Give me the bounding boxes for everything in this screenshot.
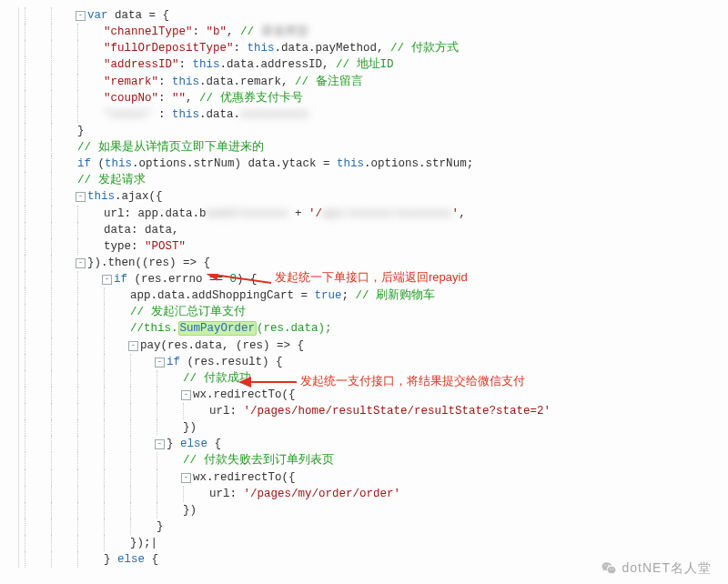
code-line: -var data = {: [0, 7, 728, 24]
code-line: type: "POST": [0, 238, 728, 255]
code-line: if (this.options.strNum) data.ytack = th…: [0, 156, 728, 172]
code-token: :: [158, 92, 172, 105]
code-token: "fullOrDepositType": [104, 42, 234, 55]
code-token: var: [87, 9, 115, 22]
annotation-text-1: 发起统一下单接口，后端返回repayid: [275, 269, 468, 287]
code-token: wx.redirectTo({: [193, 471, 296, 484]
annotation-arrow-1: [200, 274, 273, 292]
code-token: "coupNo": [104, 92, 158, 105]
fold-icon[interactable]: -: [76, 192, 86, 202]
code-token: api/xxxxxx/xxxxxxxx: [322, 207, 452, 220]
code-line: "addressID": this.data.addressID, // 地址I…: [0, 56, 728, 73]
fold-icon[interactable]: -: [128, 341, 138, 351]
fold-icon[interactable]: -: [155, 439, 165, 449]
code-line: -this.ajax({: [0, 188, 728, 205]
code-token: '/pages/my/order/order': [244, 488, 401, 500]
code-token: //: [240, 25, 261, 38]
code-token: url:: [209, 488, 244, 500]
code-token: ,: [459, 207, 466, 220]
code-token: // 刷新购物车: [356, 289, 436, 302]
code-token: this: [172, 76, 199, 88]
code-token: {: [145, 553, 158, 566]
code-line: "xxxxx" : this.data.xxxxxxxxxx: [0, 106, 728, 123]
annotation-arrow-2: [235, 375, 298, 391]
code-line: app.data.addShoppingCart = true; // 刷新购物…: [0, 287, 728, 304]
code-line: -wx.redirectTo({: [0, 469, 728, 486]
code-token: });|: [130, 537, 157, 549]
code-token: this: [337, 157, 364, 170]
wechat-icon: [601, 560, 617, 577]
code-token: '/pages/home/resultState/resultState?sta…: [244, 405, 551, 418]
code-line: });|: [0, 535, 728, 551]
code-line: // 发起汇总订单支付: [0, 304, 728, 320]
code-token: .options.strNum) data.ytack =: [132, 157, 337, 170]
code-token: +: [288, 207, 309, 220]
code-token: data = {: [115, 9, 169, 22]
code-line: // 发起请求: [0, 172, 728, 188]
code-line: "fullOrDepositType": this.data.payMethod…: [0, 40, 728, 56]
code-line: }: [0, 519, 728, 535]
code-token: type:: [104, 240, 145, 253]
fold-icon[interactable]: -: [181, 390, 191, 400]
code-token: }): [183, 421, 197, 434]
code-line: //this.SumPayOrder(res.data);: [0, 320, 728, 337]
code-line: -pay(res.data, (res) => {: [0, 337, 728, 354]
fold-icon[interactable]: -: [76, 11, 86, 21]
code-token: //this.: [130, 322, 178, 335]
code-token: ;: [342, 289, 356, 302]
code-line: // 如果是从详情页立即下单进来的: [0, 139, 728, 156]
fold-icon[interactable]: -: [181, 473, 191, 483]
code-token: if: [77, 157, 91, 170]
code-token: // 发起汇总订单支付: [130, 306, 246, 318]
code-token: .ajax({: [115, 190, 163, 203]
code-token: this: [172, 108, 199, 121]
code-token: :: [152, 108, 173, 121]
code-token: }: [167, 438, 180, 450]
code-token: ': [452, 207, 460, 220]
code-token: :: [193, 25, 207, 38]
watermark-text: dotNET名人堂: [622, 560, 712, 577]
code-token: pay(res.data, (res) => {: [140, 339, 304, 352]
code-token: }: [77, 125, 85, 137]
code-token: SumPayOrder: [178, 321, 258, 336]
code-token: }: [157, 520, 164, 533]
code-token: }: [104, 553, 117, 566]
code-token: "POST": [145, 240, 186, 253]
code-token: :: [234, 42, 248, 55]
code-token: "addressID": [104, 58, 179, 71]
code-token: this: [193, 58, 220, 71]
code-token: "b": [207, 25, 228, 38]
code-token: // 备注留言: [295, 76, 363, 88]
code-line: data: data,: [0, 222, 728, 238]
code-line: url: app.data.baseUrlxxxxxx + '/api/xxxx…: [0, 206, 728, 222]
code-token: '/: [308, 207, 322, 220]
code-token: true: [315, 289, 342, 302]
code-token: .data.payMethod,: [275, 42, 391, 55]
code-token: .data.remark,: [199, 76, 295, 88]
code-token: "xxxxx": [104, 108, 152, 121]
code-token: ,: [227, 25, 240, 38]
code-token: // 付款失败去到订单列表页: [183, 454, 334, 467]
code-token: :: [158, 76, 172, 88]
code-token: (: [91, 157, 105, 170]
code-token: this: [248, 42, 275, 55]
code-line: // 付款失败去到订单列表页: [0, 452, 728, 468]
code-token: // 发起请求: [77, 174, 146, 186]
code-token: .data.addressID,: [220, 58, 337, 71]
code-line: }: [0, 123, 728, 139]
code-token: (res.data);: [257, 322, 332, 335]
fold-icon[interactable]: -: [155, 357, 165, 368]
code-line: url: '/pages/home/resultState/resultStat…: [0, 403, 728, 419]
fold-icon[interactable]: -: [102, 275, 112, 285]
code-token: // 如果是从详情页立即下单进来的: [77, 141, 264, 154]
code-token: :: [179, 58, 193, 71]
code-line: -} else {: [0, 436, 728, 452]
code-token: {: [207, 438, 221, 450]
code-line: }): [0, 419, 728, 436]
code-line: "remark": this.data.remark, // 备注留言: [0, 74, 728, 90]
fold-icon[interactable]: -: [76, 258, 86, 268]
code-token: 渠道类型: [261, 25, 308, 38]
code-token: else: [180, 438, 207, 450]
code-token: this: [105, 157, 132, 170]
code-token: "channelType": [104, 25, 193, 38]
